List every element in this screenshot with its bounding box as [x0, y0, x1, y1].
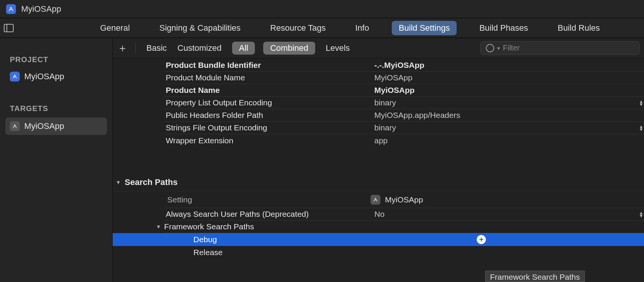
- navigator-toggle-icon[interactable]: [4, 24, 14, 32]
- targets-sidebar: PROJECT MyiOSApp TARGETS MyiOSApp: [0, 38, 113, 282]
- tab-build-rules[interactable]: Build Rules: [551, 21, 606, 35]
- setting-value[interactable]: No: [374, 210, 591, 219]
- tooltip: Framework Search Paths: [485, 271, 585, 282]
- tab-build-phases[interactable]: Build Phases: [473, 21, 535, 35]
- setting-value[interactable]: MyiOSApp: [374, 86, 591, 95]
- stepper-icon[interactable]: ▴▾: [640, 100, 642, 106]
- column-header-row: Setting MyiOSApp: [164, 191, 644, 208]
- config-row-debug[interactable]: Debug +: [113, 233, 644, 246]
- setting-value[interactable]: MyiOSApp.app/Headers: [374, 111, 591, 120]
- tab-info[interactable]: Info: [349, 21, 376, 35]
- chevron-down-icon[interactable]: ▼: [156, 224, 161, 230]
- tab-signing[interactable]: Signing & Capabilities: [152, 21, 247, 35]
- build-settings-toolbar: ＋ Basic Customized All Combined Levels ▾: [113, 38, 644, 58]
- scope-levels[interactable]: Levels: [326, 43, 350, 53]
- col-setting: Setting: [164, 195, 371, 204]
- setting-value[interactable]: MyiOSApp: [374, 73, 591, 82]
- setting-row[interactable]: Strings File Output Encoding binary ▴▾: [164, 122, 644, 134]
- setting-key: Wrapper Extension: [164, 136, 374, 145]
- add-value-icon[interactable]: +: [477, 235, 486, 244]
- section-title: Search Paths: [125, 177, 177, 187]
- setting-value[interactable]: binary: [374, 123, 591, 132]
- setting-value[interactable]: binary: [374, 98, 591, 107]
- stepper-icon[interactable]: ▴▾: [640, 211, 642, 217]
- tab-general[interactable]: General: [93, 21, 137, 35]
- settings-rows: Product Bundle Identifier -.-.MyiOSApp P…: [113, 58, 644, 258]
- setting-key: Product Name: [164, 86, 374, 95]
- setting-row[interactable]: Wrapper Extension app: [164, 134, 644, 147]
- filter-icon: [486, 44, 494, 52]
- setting-key: Product Module Name: [164, 73, 374, 82]
- project-icon: [6, 4, 16, 14]
- setting-key: Framework Search Paths: [164, 222, 254, 231]
- col-target: MyiOSApp: [385, 195, 423, 204]
- sidebar-target-name: MyiOSApp: [24, 121, 64, 131]
- setting-key: Strings File Output Encoding: [164, 123, 374, 132]
- chevron-down-icon[interactable]: ▼: [116, 179, 121, 185]
- setting-row[interactable]: Public Headers Folder Path MyiOSApp.app/…: [164, 109, 644, 122]
- tab-build-settings[interactable]: Build Settings: [392, 21, 457, 35]
- setting-key: Always Search User Paths (Deprecated): [164, 210, 374, 219]
- scope-basic[interactable]: Basic: [146, 43, 167, 53]
- setting-row[interactable]: Property List Output Encoding binary ▴▾: [164, 97, 644, 109]
- setting-row-framework-search-paths[interactable]: ▼ Framework Search Paths: [164, 221, 644, 233]
- build-settings-content: ＋ Basic Customized All Combined Levels ▾…: [113, 38, 644, 282]
- sidebar-project-item[interactable]: MyiOSApp: [0, 69, 112, 85]
- project-icon: [10, 72, 20, 81]
- target-icon: [371, 195, 380, 205]
- scope-customized[interactable]: Customized: [177, 43, 221, 53]
- scope-combined[interactable]: Combined: [263, 42, 315, 55]
- spacer: [164, 147, 644, 162]
- project-title: MyiOSApp: [21, 4, 61, 14]
- setting-value[interactable]: app: [374, 136, 591, 145]
- setting-row[interactable]: Product Bundle Identifier -.-.MyiOSApp: [164, 59, 644, 72]
- separator: [135, 42, 136, 54]
- setting-key: Public Headers Folder Path: [164, 111, 374, 120]
- title-bar: MyiOSApp: [0, 0, 644, 18]
- setting-row[interactable]: Always Search User Paths (Deprecated) No…: [164, 208, 644, 221]
- stepper-icon[interactable]: ▴▾: [640, 125, 642, 131]
- setting-row[interactable]: Product Module Name MyiOSApp: [164, 72, 644, 84]
- target-icon: [10, 121, 20, 131]
- filter-field[interactable]: ▾: [480, 41, 639, 55]
- add-build-setting-button[interactable]: ＋: [117, 43, 128, 53]
- section-search-paths[interactable]: ▼ Search Paths: [113, 173, 644, 191]
- setting-key: Product Bundle Identifier: [164, 61, 374, 70]
- chevron-down-icon[interactable]: ▾: [497, 45, 500, 51]
- config-label: Debug: [193, 235, 217, 244]
- tab-resource-tags[interactable]: Resource Tags: [263, 21, 332, 35]
- filter-input[interactable]: [503, 44, 634, 52]
- sidebar-project-name: MyiOSApp: [24, 72, 64, 81]
- setting-value[interactable]: -.-.MyiOSApp: [374, 61, 591, 70]
- setting-row[interactable]: Product Name MyiOSApp: [164, 84, 644, 97]
- sidebar-section-project: PROJECT: [0, 53, 112, 69]
- scope-all[interactable]: All: [232, 42, 255, 55]
- config-label: Release: [193, 248, 223, 257]
- setting-key: Property List Output Encoding: [164, 98, 374, 107]
- config-row-release[interactable]: Release: [164, 246, 644, 258]
- sidebar-target-item[interactable]: MyiOSApp: [5, 118, 107, 135]
- sidebar-section-targets: TARGETS: [0, 102, 112, 118]
- editor-tabs: General Signing & Capabilities Resource …: [93, 21, 607, 35]
- editor-tab-bar: General Signing & Capabilities Resource …: [0, 18, 644, 38]
